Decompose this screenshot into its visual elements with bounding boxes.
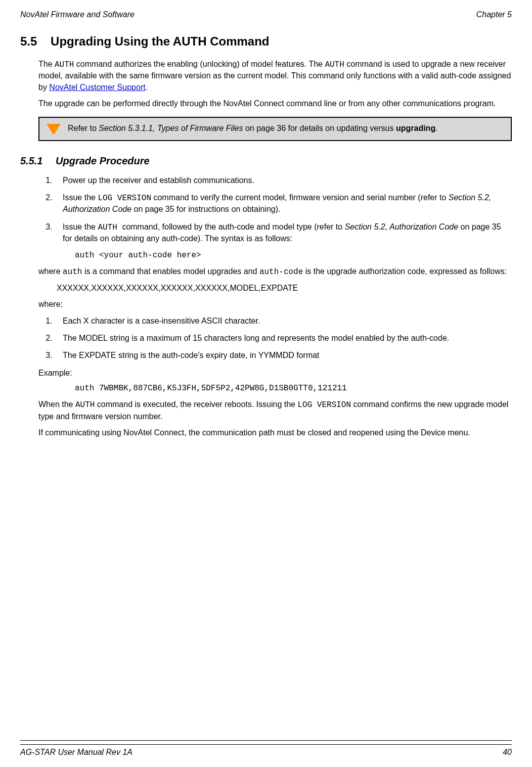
list-item: Power up the receiver and establish comm… — [55, 175, 512, 186]
subsection-heading: 5.5.1 Upgrade Procedure — [20, 155, 512, 167]
note-box: Refer to Section 5.3.1.1, Types of Firmw… — [38, 117, 512, 141]
warning-icon — [47, 124, 61, 135]
procedure-list-1: Power up the receiver and establish comm… — [55, 175, 512, 245]
list-item: Issue the LOG VERSION command to verify … — [55, 192, 512, 215]
example-label: Example: — [38, 368, 512, 379]
footer-rule — [20, 740, 512, 741]
footer-right: 40 — [503, 748, 512, 757]
auth-format: XXXXXX,XXXXXX,XXXXXX,XXXXXX,XXXXXX,MODEL… — [57, 283, 512, 294]
procedure-list-2: Each X character is a case-insensitive A… — [55, 315, 512, 362]
section-number: 5.5 — [20, 34, 37, 49]
subsection-title: Upgrade Procedure — [56, 155, 150, 166]
log-version-cmd: LOG VERSION — [98, 194, 151, 203]
section-heading: 5.5 Upgrading Using the AUTH Command — [20, 34, 512, 49]
code-syntax: auth <your auth-code here> — [75, 251, 512, 260]
closing-paragraph-2: If communicating using NovAtel Connect, … — [38, 427, 512, 438]
intro-paragraph-1: The AUTH command authorizes the enabling… — [38, 59, 512, 93]
where-label: where: — [38, 299, 512, 310]
list-item: Each X character is a case-insensitive A… — [55, 315, 512, 327]
log-version-cmd: LOG VERSION — [297, 400, 351, 410]
closing-paragraph-1: When the AUTH command is executed, the r… — [38, 399, 512, 422]
code-example: auth 7WBMBK,887CB6,K5J3FH,5DF5P2,42PW8G,… — [75, 384, 512, 393]
section-title: Upgrading Using the AUTH Command — [51, 34, 269, 48]
where-intro: where auth is a command that enables mod… — [38, 266, 512, 278]
page-footer: AG-STAR User Manual Rev 1A 40 — [20, 744, 512, 757]
auth-cmd: AUTH — [325, 60, 344, 69]
auth-cmd: AUTH — [98, 223, 122, 232]
list-item: The MODEL string is a maximum of 15 char… — [55, 333, 512, 344]
intro-paragraph-2: The upgrade can be performed directly th… — [38, 98, 512, 109]
footer-left: AG-STAR User Manual Rev 1A — [20, 748, 132, 757]
header-left: NovAtel Firmware and Software — [20, 10, 135, 19]
list-item: The EXPDATE string is the auth-code's ex… — [55, 350, 512, 361]
auth-cmd: AUTH — [55, 60, 74, 69]
list-item: Issue the AUTH command, followed by the … — [55, 221, 512, 245]
note-text: Refer to Section 5.3.1.1, Types of Firmw… — [68, 123, 438, 134]
header-right: Chapter 5 — [476, 10, 512, 19]
auth-cmd: AUTH — [75, 400, 95, 410]
support-link[interactable]: NovAtel Customer Support — [49, 83, 145, 92]
page-header: NovAtel Firmware and Software Chapter 5 — [20, 10, 512, 19]
subsection-number: 5.5.1 — [20, 155, 42, 167]
